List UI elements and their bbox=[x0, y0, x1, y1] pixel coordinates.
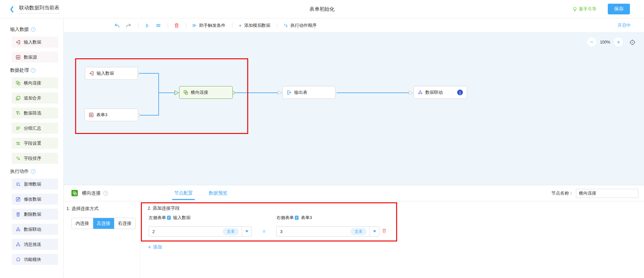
plus-icon: + bbox=[148, 245, 151, 250]
delete-field-row-button[interactable] bbox=[382, 228, 387, 234]
sidebar-item-data-filter[interactable]: 数据筛选 bbox=[12, 108, 58, 119]
sidebar-item-field-settings[interactable]: 字段设置 bbox=[12, 138, 58, 149]
config-divider bbox=[140, 201, 140, 278]
form-doc-icon bbox=[294, 215, 299, 220]
toolbar-divider bbox=[186, 23, 186, 28]
section-title-process: 数据处理 ? bbox=[10, 67, 63, 73]
connector-lines bbox=[64, 33, 644, 185]
join-fields-title: 2. 添加连接字段 bbox=[148, 205, 180, 211]
sidebar-item-add-data[interactable]: 新增数据 bbox=[12, 179, 58, 190]
help-icon[interactable]: ? bbox=[31, 27, 36, 32]
panel-tabs: 节点配置 数据预览 bbox=[174, 185, 227, 201]
toolbar-divider bbox=[232, 23, 232, 28]
zoom-out-button[interactable]: − bbox=[587, 38, 596, 47]
panel-header: 横向连接 ? 节点配置 数据预览 节点名称： bbox=[64, 185, 644, 201]
lightbulb-icon bbox=[573, 7, 577, 12]
join-option-right[interactable]: 右连接 bbox=[114, 218, 135, 229]
field-type-badge: 文本 bbox=[223, 228, 239, 235]
beginner-guide-link[interactable]: 新手引导 bbox=[573, 6, 596, 12]
node-name-input[interactable] bbox=[576, 189, 638, 198]
field-type-badge: 文本 bbox=[351, 228, 367, 235]
datasource-icon bbox=[16, 55, 20, 60]
sidebar-item-delete-data[interactable]: 删除数据 bbox=[12, 209, 58, 220]
node-name-field: 节点名称： bbox=[551, 185, 638, 201]
field-settings-icon bbox=[16, 141, 20, 146]
locate-center-icon[interactable] bbox=[629, 39, 636, 46]
add-field-row-button[interactable]: + 添加 bbox=[148, 244, 162, 250]
help-icon[interactable]: ? bbox=[31, 169, 36, 174]
toolbar-divider bbox=[168, 23, 168, 28]
delete-node-button[interactable] bbox=[174, 23, 179, 28]
undo-button[interactable] bbox=[114, 23, 120, 28]
delete-data-icon bbox=[16, 212, 20, 217]
right-field-select[interactable]: 3 文本 bbox=[276, 226, 379, 236]
join-mode-title: 1. 选择连接方式 bbox=[66, 206, 99, 212]
sidebar-item-horizontal-join[interactable]: 横向连接 bbox=[12, 77, 58, 88]
back-nav[interactable]: ❮ 联动数据到当前表 bbox=[9, 5, 59, 13]
toolbar-divider bbox=[138, 23, 139, 28]
sort-order-icon bbox=[283, 23, 288, 28]
sidebar-item-field-sort[interactable]: 字段排序 bbox=[12, 153, 58, 164]
flow-canvas[interactable]: 输入数据 表单3 横向连接 输出表 bbox=[64, 33, 644, 185]
sidebar-item-input-data[interactable]: 输入数据 bbox=[12, 37, 58, 48]
node-data-linkage[interactable]: 数据联动 1 bbox=[414, 86, 467, 99]
right-form-name: 表单3 bbox=[301, 215, 312, 221]
sidebar-item-append-merge[interactable]: 追加合并 bbox=[12, 92, 58, 103]
toolbar-divider bbox=[277, 23, 277, 28]
node-horizontal-join[interactable]: 横向连接 bbox=[179, 86, 233, 99]
align-horizontal-button[interactable] bbox=[156, 23, 161, 28]
join-option-left[interactable]: 左连接 bbox=[93, 218, 114, 229]
filter-icon bbox=[16, 111, 20, 116]
left-field-select[interactable]: 2 文本 bbox=[149, 226, 252, 236]
join-mode-group: 内连接 左连接 右连接 bbox=[71, 218, 136, 229]
main-area: 助手触发条件 + 添加模拟数据 执行动作顺序 开启中 bbox=[64, 18, 644, 278]
play-bar-icon bbox=[192, 23, 197, 28]
section-title-input: 输入数据 ? bbox=[10, 26, 63, 32]
datasource-icon bbox=[89, 113, 94, 117]
sidebar-item-datasource[interactable]: 数据源 bbox=[12, 52, 58, 63]
add-mock-data-button[interactable]: + 添加模拟数据 bbox=[238, 22, 270, 28]
import-icon bbox=[89, 71, 94, 76]
dropdown-caret-button[interactable] bbox=[370, 230, 379, 232]
zoom-controls: − 100% + bbox=[587, 38, 636, 47]
horizontal-join-node-icon bbox=[71, 190, 78, 196]
append-merge-icon bbox=[16, 96, 20, 100]
caret-down-icon bbox=[373, 230, 376, 232]
page-title: 表单初始化 bbox=[0, 6, 644, 12]
edit-data-icon bbox=[16, 197, 20, 202]
help-icon[interactable]: ? bbox=[31, 68, 36, 73]
left-form-label: 左侧表单 输入数据 bbox=[149, 215, 191, 221]
trigger-condition-button[interactable]: 助手触发条件 bbox=[192, 22, 225, 28]
tab-data-preview[interactable]: 数据预览 bbox=[209, 185, 227, 201]
dropdown-caret-button[interactable] bbox=[242, 230, 251, 232]
align-vertical-button[interactable] bbox=[145, 23, 150, 28]
import-icon bbox=[16, 40, 20, 45]
tab-node-config[interactable]: 节点配置 bbox=[174, 185, 193, 201]
status-enabled-link[interactable]: 开启中 bbox=[618, 22, 631, 28]
horizontal-join-icon bbox=[16, 81, 20, 85]
data-linkage-icon bbox=[16, 227, 20, 232]
sidebar-item-message-push[interactable]: 消息推送 bbox=[12, 239, 58, 250]
canvas-toolbar: 助手触发条件 + 添加模拟数据 执行动作顺序 开启中 bbox=[64, 18, 644, 33]
help-icon[interactable]: ? bbox=[103, 191, 108, 196]
action-order-button[interactable]: 执行动作顺序 bbox=[283, 22, 317, 28]
node-name-label: 节点名称： bbox=[551, 190, 573, 196]
puzzle-icon bbox=[16, 257, 20, 262]
zoom-level: 100% bbox=[596, 40, 614, 45]
redo-button[interactable] bbox=[126, 23, 131, 28]
node-input-data[interactable]: 输入数据 bbox=[85, 67, 138, 80]
back-chevron-icon[interactable]: ❮ bbox=[9, 6, 14, 12]
sidebar-item-edit-data[interactable]: 修改数据 bbox=[12, 194, 58, 205]
left-field-value: 2 bbox=[149, 229, 223, 234]
sidebar-item-function-module[interactable]: 功能模块 bbox=[12, 254, 58, 265]
export-icon bbox=[287, 90, 291, 95]
zoom-in-button[interactable]: + bbox=[614, 38, 623, 47]
sidebar-item-group-summary[interactable]: 分组汇总 bbox=[12, 123, 58, 134]
node-output-table[interactable]: 输出表 bbox=[282, 86, 335, 99]
sidebar-item-data-linkage[interactable]: 数据联动 bbox=[12, 224, 58, 235]
node-form3[interactable]: 表单3 bbox=[85, 109, 138, 121]
panel-node-title: 横向连接 bbox=[82, 190, 101, 196]
back-label[interactable]: 联动数据到当前表 bbox=[19, 5, 59, 13]
save-button[interactable]: 保存 bbox=[608, 4, 630, 14]
join-option-inner[interactable]: 内连接 bbox=[72, 218, 93, 229]
